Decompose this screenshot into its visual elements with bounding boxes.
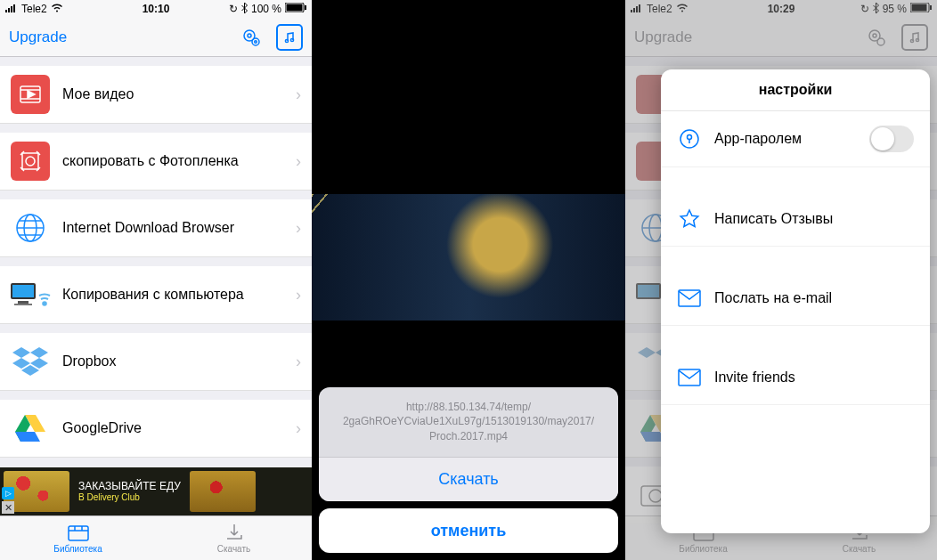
music-library-button[interactable] <box>276 24 303 51</box>
svg-point-15 <box>26 157 35 166</box>
row-browser[interactable]: Internet Download Browser › <box>0 199 312 257</box>
svg-rect-14 <box>22 153 38 169</box>
nav-bar: Upgrade <box>0 18 312 57</box>
chevron-right-icon: › <box>296 85 301 104</box>
action-sheet: http://88.150.134.74/temp/ 2gaGhROeYCvia… <box>319 387 618 501</box>
tab-bar: Библиотека Скачать <box>0 515 312 560</box>
row-my-video[interactable]: Мое видео › <box>0 66 312 124</box>
lock-icon <box>677 126 702 151</box>
chevron-right-icon: › <box>296 219 301 238</box>
settings-popover: настройки App-паролем Написать Отзывы По… <box>661 69 930 533</box>
cancel-button[interactable]: отменить <box>319 508 618 553</box>
svg-point-10 <box>255 40 257 43</box>
svg-rect-21 <box>14 304 32 305</box>
svg-rect-23 <box>69 526 88 540</box>
envelope-icon <box>677 365 702 390</box>
settings-label: Послать на e-mail <box>714 290 914 306</box>
svg-point-8 <box>248 34 251 37</box>
svg-rect-6 <box>305 5 306 10</box>
row-label: Копирования с компьютера <box>62 287 283 303</box>
svg-rect-2 <box>11 6 12 12</box>
battery-label: 100 % <box>251 3 281 15</box>
phone-2-download-sheet: http://88.150.134.74/temp/ 2gaGhROeYCvia… <box>312 0 625 560</box>
url-line: http://88.150.134.74/temp/ <box>328 400 609 415</box>
chevron-right-icon: › <box>296 419 301 438</box>
ad-image-2 <box>190 471 256 512</box>
url-line: Proch.2017.mp4 <box>328 429 609 444</box>
row-dropbox[interactable]: Dropbox › <box>0 333 312 391</box>
settings-send-email[interactable]: Послать на e-mail <box>661 272 930 326</box>
svg-rect-1 <box>8 8 10 12</box>
bluetooth-icon <box>241 3 248 16</box>
adchoices-icon[interactable]: ▷ <box>2 487 14 499</box>
carrier-label: Tele2 <box>21 3 47 15</box>
row-label: Мое видео <box>62 86 283 102</box>
svg-rect-46 <box>679 369 700 386</box>
svg-point-44 <box>688 135 692 140</box>
clock: 10:10 <box>143 3 170 15</box>
popover-title: настройки <box>661 69 930 111</box>
ad-subtext: В Delivery Club <box>78 492 181 503</box>
settings-label: App-паролем <box>714 131 857 147</box>
svg-rect-20 <box>18 301 29 304</box>
row-from-pc[interactable]: Копирования с компьютера › <box>0 266 312 324</box>
svg-rect-3 <box>13 4 15 12</box>
row-label: Dropbox <box>62 353 283 369</box>
svg-point-22 <box>43 302 46 305</box>
tab-download[interactable]: Скачать <box>156 516 312 560</box>
row-label: Internet Download Browser <box>62 220 283 236</box>
ad-text: ЗАКАЗЫВАЙТЕ ЕДУ В Delivery Club <box>78 480 181 503</box>
dropbox-icon <box>12 345 48 377</box>
svg-point-12 <box>290 38 293 41</box>
video-icon <box>11 75 50 114</box>
svg-rect-19 <box>12 285 34 297</box>
svg-point-9 <box>252 38 259 45</box>
wifi-icon <box>51 3 63 15</box>
ad-close-button[interactable]: ✕ <box>2 501 14 514</box>
download-button[interactable]: Скачать <box>319 457 618 501</box>
envelope-icon <box>677 286 702 311</box>
signal-icon <box>5 3 18 15</box>
svg-rect-5 <box>287 4 303 12</box>
tab-label: Библиотека <box>53 544 102 554</box>
chevron-right-icon: › <box>296 152 301 171</box>
svg-rect-45 <box>679 290 700 306</box>
chevron-right-icon: › <box>296 286 301 304</box>
chevron-right-icon: › <box>296 353 301 371</box>
google-drive-icon <box>15 415 45 442</box>
source-list: Мое видео › скопировать с Фотопленка › I… <box>0 66 312 458</box>
camera-roll-icon <box>11 142 50 181</box>
row-label: скопировать с Фотопленка <box>62 153 283 169</box>
tab-label: Скачать <box>217 544 251 554</box>
svg-point-11 <box>285 39 288 42</box>
url-line: 2gaGhROeYCviaUe1XuL97g/1513019130/may201… <box>328 414 609 429</box>
password-switch[interactable] <box>869 126 914 152</box>
svg-rect-0 <box>5 10 7 12</box>
tab-library[interactable]: Библиотека <box>0 516 156 560</box>
settings-button[interactable] <box>239 25 264 50</box>
battery-icon <box>285 3 306 15</box>
globe-icon <box>14 212 46 244</box>
settings-label: Написать Отзывы <box>714 211 914 227</box>
row-camera-roll[interactable]: скопировать с Фотопленка › <box>0 133 312 191</box>
download-url: http://88.150.134.74/temp/ 2gaGhROeYCvia… <box>319 387 618 457</box>
settings-write-review[interactable]: Написать Отзывы <box>661 192 930 247</box>
row-gdrive[interactable]: GoogleDrive › <box>0 400 312 458</box>
star-icon <box>677 207 702 231</box>
phone-1-library: Tele2 10:10 ↻ 100 % Upgrade <box>0 0 312 560</box>
orientation-lock-icon: ↻ <box>229 3 238 15</box>
video-preview <box>312 194 625 321</box>
phone-3-settings: Tele2 10:29 ↻ 95 % Upgrade <box>625 0 937 560</box>
upgrade-button[interactable]: Upgrade <box>9 28 67 46</box>
settings-invite-friends[interactable]: Invite friends <box>661 351 930 405</box>
row-label: GoogleDrive <box>62 420 283 436</box>
status-bar: Tele2 10:10 ↻ 100 % <box>0 0 312 18</box>
pc-wifi-icon <box>9 280 52 310</box>
settings-label: Invite friends <box>714 369 914 386</box>
ad-banner[interactable]: ▷ ✕ ЗАКАЗЫВАЙТЕ ЕДУ В Delivery Club <box>0 467 312 515</box>
ad-headline: ЗАКАЗЫВАЙТЕ ЕДУ <box>78 480 181 492</box>
settings-app-password[interactable]: App-паролем <box>661 111 930 167</box>
